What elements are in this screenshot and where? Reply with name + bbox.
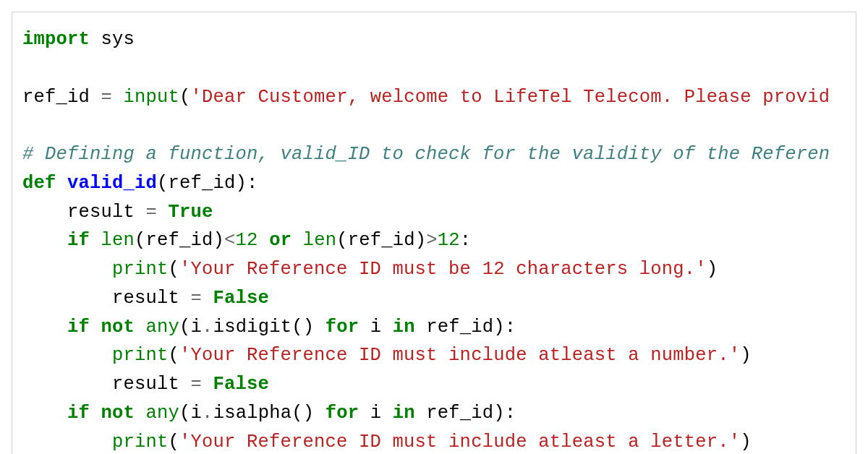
- operator-equals: =: [191, 374, 203, 395]
- builtin-print: print: [112, 432, 169, 453]
- space: [135, 317, 146, 338]
- comment: # Defining a function, valid_ID to check…: [22, 144, 830, 165]
- string-literal: 'Your Reference ID must include atleast …: [179, 432, 740, 453]
- module-name: sys: [101, 29, 135, 50]
- paren-open: (: [157, 173, 169, 194]
- operator-equals: =: [191, 288, 203, 309]
- operator-dot: .: [202, 403, 213, 424]
- colon: :: [460, 230, 472, 251]
- space: [202, 288, 213, 309]
- code-line: print('Your Reference ID must include at…: [22, 432, 752, 453]
- keyword-in: in: [393, 403, 415, 424]
- paren-close: ): [740, 432, 752, 453]
- code-line: result = False: [22, 374, 269, 395]
- builtin-print: print: [112, 259, 169, 280]
- variable: result: [67, 202, 146, 223]
- string-literal: 'Your Reference ID must include atleast …: [179, 345, 740, 366]
- builtin-any: any: [146, 403, 180, 424]
- code-line: result = False: [22, 288, 269, 309]
- indent: [22, 288, 112, 309]
- code-block: import sys ref_id = input('Dear Customer…: [12, 12, 856, 454]
- constant-false: False: [213, 288, 270, 309]
- operator-equals: =: [101, 87, 113, 108]
- method-call: isalpha(): [213, 403, 326, 424]
- builtin-len: len: [303, 230, 337, 251]
- generator-start: (i: [179, 317, 202, 338]
- code-line: import sys: [22, 29, 135, 50]
- string-literal: 'Dear Customer, welcome to LifeTel Telec…: [191, 87, 830, 108]
- code-line: print('Your Reference ID must be 12 char…: [22, 259, 718, 280]
- constant-false: False: [213, 374, 270, 395]
- code-line: if not any(i.isalpha() for i in ref_id):: [22, 403, 516, 424]
- constant-true: True: [169, 202, 213, 223]
- space: [202, 374, 213, 395]
- space: [292, 230, 303, 251]
- operator-dot: .: [202, 317, 213, 338]
- paren-close: ): [707, 259, 718, 280]
- builtin-input: input: [124, 87, 180, 108]
- indent: [22, 317, 67, 338]
- method-call: isdigit(): [213, 317, 326, 338]
- paren-open: (: [169, 345, 180, 366]
- string-literal: 'Your Reference ID must be 12 characters…: [179, 259, 707, 280]
- variable: result: [112, 288, 191, 309]
- code-line: print('Your Reference ID must include at…: [22, 345, 752, 366]
- keyword-if: if: [67, 403, 90, 424]
- number-literal: 12: [236, 230, 258, 251]
- space: [90, 230, 101, 251]
- keyword-def: def: [22, 173, 56, 194]
- iterable: ref_id):: [415, 317, 516, 338]
- indent: [22, 230, 67, 251]
- keyword-not: not: [101, 317, 135, 338]
- loop-var: i: [359, 317, 393, 338]
- space: [157, 202, 169, 223]
- iterable: ref_id):: [415, 403, 516, 424]
- paren-close: ): [740, 345, 752, 366]
- keyword-in: in: [393, 317, 415, 338]
- indent: [22, 259, 112, 280]
- code-line: ref_id = input('Dear Customer, welcome t…: [22, 87, 830, 108]
- space: [112, 87, 124, 108]
- space: [90, 29, 101, 50]
- indent: [22, 403, 67, 424]
- variable: result: [112, 374, 191, 395]
- indent: [22, 202, 67, 223]
- keyword-for: for: [326, 317, 359, 338]
- indent: [22, 432, 112, 453]
- space: [56, 173, 68, 194]
- keyword-if: if: [67, 230, 90, 251]
- paren-close-colon: ):: [236, 173, 258, 194]
- code-line: def valid_id(ref_id):: [22, 173, 258, 194]
- keyword-if: if: [67, 317, 90, 338]
- indent: [22, 374, 112, 395]
- keyword-not: not: [101, 403, 135, 424]
- builtin-print: print: [112, 345, 169, 366]
- code-line: if not any(i.isdigit() for i in ref_id):: [22, 317, 516, 338]
- indent: [22, 345, 112, 366]
- variable: ref_id: [22, 87, 101, 108]
- paren-open: (: [169, 432, 180, 453]
- space: [258, 230, 270, 251]
- space: [90, 403, 101, 424]
- keyword-for: for: [326, 403, 359, 424]
- keyword-or: or: [269, 230, 292, 251]
- operator-equals: =: [146, 202, 158, 223]
- space: [135, 403, 146, 424]
- call-args: (ref_id): [135, 230, 224, 251]
- operator-gt: >: [426, 230, 438, 251]
- loop-var: i: [359, 403, 393, 424]
- generator-start: (i: [179, 403, 202, 424]
- paren-open: (: [179, 87, 191, 108]
- call-args: (ref_id): [336, 230, 426, 251]
- parameter: ref_id: [169, 173, 236, 194]
- code-line: result = True: [22, 202, 213, 223]
- paren-open: (: [169, 259, 180, 280]
- code-line: if len(ref_id)<12 or len(ref_id)>12:: [22, 230, 471, 251]
- function-name: valid_id: [67, 173, 157, 194]
- number-literal: 12: [438, 230, 460, 251]
- space: [90, 317, 101, 338]
- builtin-len: len: [101, 230, 135, 251]
- builtin-any: any: [146, 317, 180, 338]
- keyword-import: import: [22, 29, 90, 50]
- code-line: # Defining a function, valid_ID to check…: [22, 144, 830, 165]
